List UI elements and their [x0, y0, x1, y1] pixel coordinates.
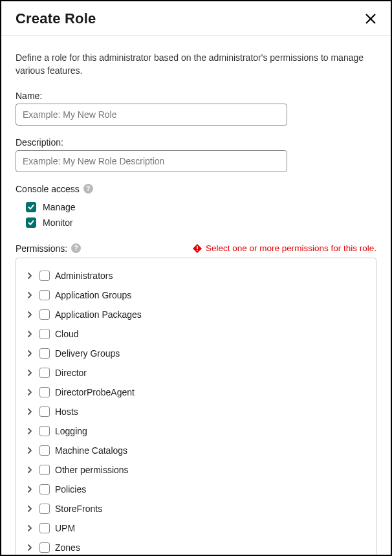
- checkbox[interactable]: [39, 484, 50, 495]
- chevron-right-icon[interactable]: [25, 465, 34, 474]
- chevron-right-icon[interactable]: [25, 427, 34, 436]
- close-button[interactable]: [362, 10, 379, 27]
- permissions-label: Permissions:: [16, 243, 67, 254]
- permission-group-label: Zones: [55, 542, 80, 553]
- chevron-right-icon[interactable]: [25, 543, 34, 552]
- chevron-right-icon[interactable]: [25, 349, 34, 358]
- console-access-list: ManageMonitor: [16, 199, 376, 230]
- console-access-label: Console access: [16, 184, 80, 194]
- checkbox[interactable]: [39, 348, 50, 359]
- permission-group-label: Hosts: [55, 406, 78, 417]
- permission-group-label: Machine Catalogs: [55, 445, 127, 456]
- permissions-header: Permissions: ? Select one or more permis…: [16, 243, 376, 254]
- chevron-right-icon[interactable]: [25, 368, 34, 377]
- permission-group-label: Logging: [55, 426, 87, 436]
- checkbox[interactable]: [39, 387, 50, 397]
- description-label: Description:: [16, 137, 376, 148]
- checkbox[interactable]: [39, 329, 50, 339]
- permission-group-row: Policies: [23, 480, 369, 499]
- dialog-create-role: Create Role Define a role for this admin…: [0, 0, 392, 556]
- checkbox[interactable]: [39, 542, 50, 553]
- permission-group-row: Other permissions: [23, 460, 369, 480]
- permissions-list: AdministratorsApplication GroupsApplicat…: [16, 258, 376, 556]
- checkbox[interactable]: [39, 290, 50, 300]
- permission-group-row: Delivery Groups: [23, 344, 369, 363]
- console-access-item: Monitor: [16, 215, 376, 230]
- permission-group-label: Administrators: [55, 271, 113, 281]
- console-access-item: Manage: [16, 199, 376, 215]
- permission-group-row: UPM: [23, 518, 369, 538]
- permission-group-label: Cloud: [55, 329, 79, 339]
- permission-group-row: DirectorProbeAgent: [23, 383, 369, 402]
- permission-group-label: DirectorProbeAgent: [55, 387, 135, 397]
- checkbox[interactable]: [39, 406, 50, 417]
- checkbox[interactable]: [39, 309, 50, 320]
- chevron-right-icon[interactable]: [25, 271, 34, 280]
- permission-group-row: Hosts: [23, 402, 369, 421]
- name-input[interactable]: [16, 104, 287, 126]
- console-access-label-row: Console access ?: [16, 184, 376, 194]
- svg-rect-3: [197, 246, 198, 249]
- permission-group-row: StoreFronts: [23, 499, 369, 518]
- permission-group-row: Logging: [23, 421, 369, 441]
- checkbox[interactable]: [39, 504, 50, 514]
- checkbox[interactable]: [39, 368, 50, 378]
- chevron-right-icon[interactable]: [25, 291, 34, 300]
- close-icon: [364, 12, 377, 25]
- svg-rect-4: [197, 250, 198, 251]
- permissions-label-row: Permissions: ?: [16, 243, 81, 254]
- permissions-error: Select one or more permissions for this …: [193, 243, 376, 253]
- chevron-right-icon[interactable]: [25, 446, 34, 455]
- dialog-title: Create Role: [16, 10, 96, 27]
- error-icon: [193, 244, 202, 253]
- checkbox[interactable]: [39, 465, 50, 475]
- checkbox[interactable]: [39, 271, 50, 281]
- permission-group-label: Application Groups: [55, 290, 131, 300]
- permission-group-row: Application Packages: [23, 305, 369, 324]
- dialog-body: Define a role for this administrator bas…: [1, 36, 391, 556]
- permission-group-label: Other permissions: [55, 465, 129, 475]
- name-label: Name:: [16, 91, 376, 101]
- permission-group-label: Delivery Groups: [55, 348, 120, 359]
- chevron-right-icon[interactable]: [25, 407, 34, 416]
- checkbox[interactable]: [39, 426, 50, 436]
- chevron-right-icon[interactable]: [25, 504, 34, 513]
- permission-group-label: StoreFronts: [55, 504, 102, 514]
- description-input[interactable]: [16, 150, 287, 172]
- checkbox[interactable]: [26, 202, 36, 212]
- permission-group-label: Policies: [55, 484, 86, 495]
- permission-group-row: Administrators: [23, 266, 369, 285]
- chevron-right-icon[interactable]: [25, 524, 34, 533]
- help-icon[interactable]: ?: [71, 243, 81, 253]
- checkbox[interactable]: [39, 523, 50, 533]
- permission-group-row: Zones: [23, 538, 369, 556]
- permission-group-row: Application Groups: [23, 285, 369, 305]
- permission-group-label: Application Packages: [55, 309, 142, 320]
- console-access-item-label: Manage: [43, 202, 76, 212]
- permissions-error-text: Select one or more permissions for this …: [206, 243, 376, 253]
- permission-group-label: UPM: [55, 523, 75, 533]
- permission-group-row: Cloud: [23, 324, 369, 344]
- permission-group-label: Director: [55, 368, 87, 378]
- chevron-right-icon[interactable]: [25, 388, 34, 397]
- help-icon[interactable]: ?: [83, 184, 93, 194]
- dialog-header: Create Role: [1, 1, 391, 36]
- permission-group-row: Director: [23, 363, 369, 383]
- chevron-right-icon[interactable]: [25, 485, 34, 494]
- permission-group-row: Machine Catalogs: [23, 441, 369, 460]
- intro-text: Define a role for this administrator bas…: [16, 51, 376, 78]
- chevron-right-icon[interactable]: [25, 310, 34, 319]
- chevron-right-icon[interactable]: [25, 329, 34, 339]
- checkbox[interactable]: [39, 445, 50, 456]
- console-access-item-label: Monitor: [43, 217, 73, 228]
- checkbox[interactable]: [26, 217, 36, 228]
